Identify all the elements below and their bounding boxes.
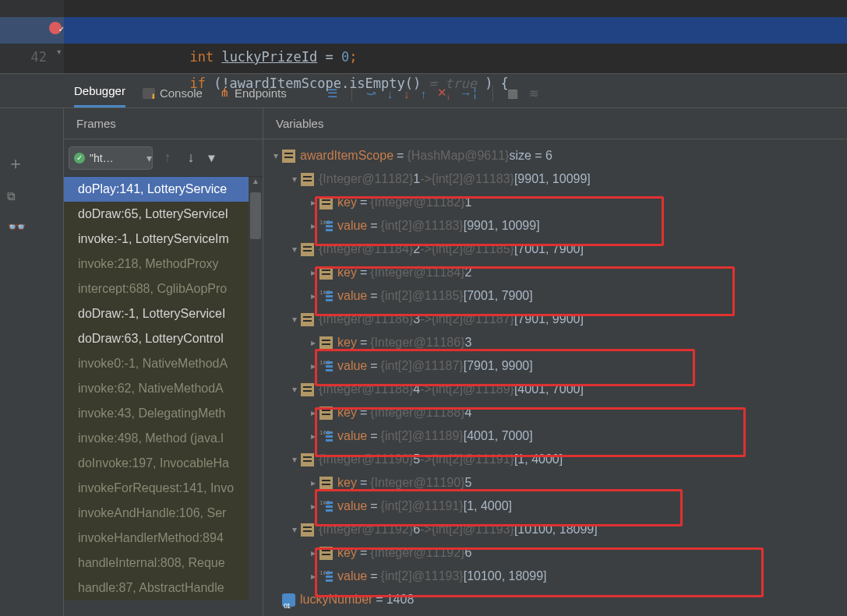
scrollbar[interactable]: ▲ xyxy=(249,177,263,616)
tree-toggle-icon[interactable]: ▸ xyxy=(307,541,319,565)
tree-toggle-icon[interactable]: ▸ xyxy=(307,565,319,588)
tree-toggle-icon[interactable]: ▾ xyxy=(288,238,301,261)
tree-toggle-icon[interactable]: ▸ xyxy=(307,261,319,284)
var-node[interactable]: ▸value = {int[2]@11193} [10100, 18099] xyxy=(270,565,841,588)
var-node[interactable]: ▾{Integer@11192} 6 -> {int[2]@11193} [10… xyxy=(270,518,841,541)
stack-frame[interactable]: handleInternal:808, Reque xyxy=(64,551,263,576)
thread-selector[interactable]: ✓ "ht… ▾ xyxy=(69,146,153,170)
copy-icon[interactable]: ⧉ xyxy=(7,189,24,203)
tree-toggle-icon[interactable]: ▸ xyxy=(307,354,319,378)
tree-toggle-icon[interactable]: ▸ xyxy=(307,471,319,495)
variables-column: Variables ▾awardItemScope = {HashMap@961… xyxy=(263,108,847,616)
stack-frame[interactable]: invoke:218, MethodProxy xyxy=(64,252,263,276)
var-node[interactable]: ▸key = {Integer@11182} 1 xyxy=(270,191,841,214)
stack-frame[interactable]: doDraw:63, LotteryControl xyxy=(64,326,263,351)
tree-toggle-icon[interactable]: ▾ xyxy=(288,518,301,541)
stack-frame[interactable]: invokeForRequest:141, Invo xyxy=(64,476,263,501)
stack-frame[interactable]: intercept:688, CglibAopPro xyxy=(64,276,263,301)
var-node[interactable]: ▸value = {int[2]@11187} [7901, 9900] xyxy=(270,354,841,378)
thread-name: "ht… xyxy=(90,152,114,164)
tree-toggle-icon[interactable]: ▸ xyxy=(307,424,319,448)
object-icon xyxy=(301,383,314,396)
stack-frame[interactable]: invoke:-1, LotteryServiceIm xyxy=(64,227,263,252)
add-icon[interactable]: ＋ xyxy=(7,152,24,175)
stack-frame[interactable]: invokeAndHandle:106, Ser xyxy=(64,501,263,526)
stack-frame[interactable]: doDraw:65, LotteryServiceI xyxy=(64,202,263,227)
var-name: awardItemScope xyxy=(300,144,394,167)
var-node[interactable]: ▾{Integer@11182} 1 -> {int[2]@11183} [99… xyxy=(270,167,841,191)
tree-toggle-icon[interactable]: ▾ xyxy=(288,448,301,471)
code-line xyxy=(64,0,847,17)
breakpoint-icon[interactable] xyxy=(49,22,62,34)
object-icon xyxy=(319,266,333,280)
var-node[interactable]: ▸key = {Integer@11184} 2 xyxy=(270,261,841,284)
var-node[interactable]: ▸key = {Integer@11190} 5 xyxy=(270,471,841,495)
primitive-icon xyxy=(282,593,295,607)
keyword: if xyxy=(189,76,205,91)
tab-debugger[interactable]: Debugger xyxy=(74,84,125,107)
check-icon: ✓ xyxy=(74,153,85,164)
frames-toolbar: ✓ "ht… ▾ ↑ ↓ ▼ xyxy=(64,139,263,177)
tree-toggle-icon[interactable]: ▸ xyxy=(307,284,319,308)
stack-frame[interactable]: invoke:498, Method (java.l xyxy=(64,426,263,451)
array-icon xyxy=(319,430,333,443)
trace-icon[interactable]: ≋ xyxy=(529,86,539,100)
code-lines[interactable]: int luckyPrizeId = 0; if (!awardItemScop… xyxy=(64,0,847,70)
evaluate-icon[interactable]: ▦ xyxy=(507,86,518,100)
stack-frame[interactable]: invoke0:-1, NativeMethodA xyxy=(64,351,263,376)
filter-icon[interactable]: ▼ xyxy=(206,151,217,164)
tree-toggle-icon[interactable]: ▾ xyxy=(288,308,301,331)
object-icon xyxy=(301,173,314,186)
stack-frame[interactable]: invoke:43, DelegatingMeth xyxy=(64,401,263,426)
method-fold-icon[interactable]: ▾ xyxy=(56,45,62,58)
tree-toggle-icon[interactable]: ▾ xyxy=(270,144,282,167)
tree-toggle-icon[interactable]: ▾ xyxy=(288,167,301,191)
tree-toggle-icon[interactable]: ▸ xyxy=(307,495,319,518)
variables-tree[interactable]: ▾awardItemScope = {HashMap@9611} size = … xyxy=(263,139,847,616)
array-icon xyxy=(319,360,333,373)
var-node[interactable]: ▾{Integer@11190} 5 -> {int[2]@11191} [1,… xyxy=(270,448,841,471)
var-node[interactable]: ▾awardItemScope = {HashMap@9611} size = … xyxy=(270,144,841,167)
prev-frame-icon[interactable]: ↑ xyxy=(159,150,176,166)
stack-frame[interactable]: doPlay:141, LotteryService xyxy=(64,177,263,202)
identifier: luckyPrizeId xyxy=(221,49,317,65)
glasses-icon[interactable]: 👓 xyxy=(7,217,24,231)
next-frame-icon[interactable]: ↓ xyxy=(182,150,199,166)
stack-frame[interactable]: handle:87, AbstractHandle xyxy=(64,576,263,600)
var-node[interactable]: ▸key = {Integer@11192} 6 xyxy=(270,541,841,565)
var-node[interactable]: ▸value = {int[2]@11183} [9901, 10099] xyxy=(270,214,841,238)
var-node[interactable]: luckyNumber = 1408 xyxy=(270,588,841,611)
stack-frame[interactable]: invokeHandlerMethod:894 xyxy=(64,526,263,551)
scroll-up-icon[interactable]: ▲ xyxy=(249,177,263,191)
array-icon xyxy=(319,500,333,513)
inline-hint: = true xyxy=(421,76,485,91)
scroll-thumb[interactable] xyxy=(250,192,261,239)
stack-frame[interactable]: doInvoke:197, InvocableHa xyxy=(64,451,263,476)
array-icon xyxy=(319,220,333,233)
var-node[interactable]: ▸value = {int[2]@11185} [7001, 7900] xyxy=(270,284,841,308)
var-node[interactable]: ▸key = {Integer@11188} 4 xyxy=(270,401,841,424)
object-icon xyxy=(301,243,314,256)
var-node[interactable]: ▸key = {Integer@11186} 3 xyxy=(270,331,841,354)
code-line-current: int luckyPrizeId = 0; xyxy=(64,17,847,44)
stack-frame[interactable]: invoke:62, NativeMethodA xyxy=(64,376,263,401)
var-node[interactable]: ▸value = {int[2]@11191} [1, 4000] xyxy=(270,495,841,518)
var-node[interactable]: ▸value = {int[2]@11189} [4001, 7000] xyxy=(270,424,841,448)
var-node[interactable]: ▾{Integer@11188} 4 -> {int[2]@11189} [40… xyxy=(270,378,841,401)
array-icon xyxy=(319,290,333,303)
tree-toggle-icon[interactable]: ▾ xyxy=(288,378,301,401)
var-node[interactable]: ▾{Integer@11186} 3 -> {int[2]@11187} [79… xyxy=(270,308,841,331)
stack-frame[interactable]: doDraw:-1, LotteryServiceI xyxy=(64,301,263,326)
keyword: int xyxy=(189,49,214,65)
debug-sidebar: ＋ ⧉ 👓 xyxy=(0,108,64,616)
line-number: 42 xyxy=(0,44,47,70)
object-icon xyxy=(319,547,333,560)
frames-list[interactable]: ▲ doPlay:141, LotteryServicedoDraw:65, L… xyxy=(64,177,263,616)
tree-toggle-icon[interactable]: ▸ xyxy=(307,331,319,354)
var-node[interactable]: ▾{Integer@11184} 2 -> {int[2]@11185} [70… xyxy=(270,238,841,261)
tree-toggle-icon[interactable]: ▸ xyxy=(307,191,319,214)
object-icon xyxy=(301,523,314,537)
object-icon xyxy=(319,336,333,350)
tree-toggle-icon[interactable]: ▸ xyxy=(307,401,319,424)
tree-toggle-icon[interactable]: ▸ xyxy=(307,214,319,238)
